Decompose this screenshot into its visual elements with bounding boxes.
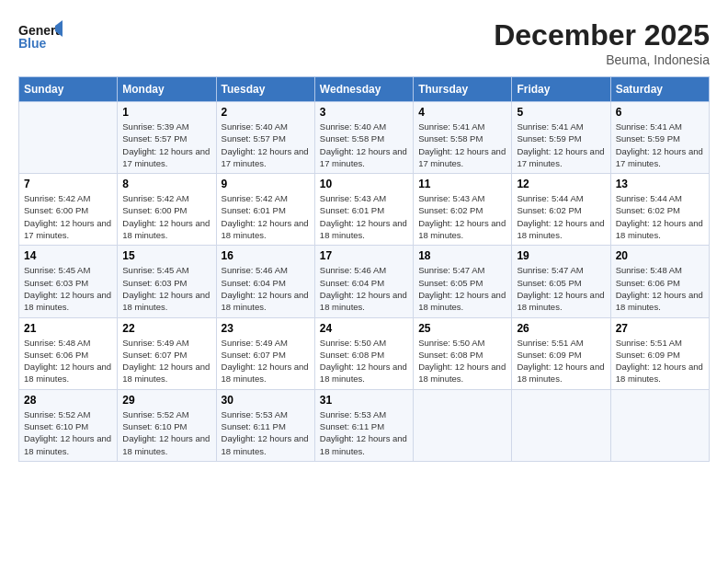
day-number: 30 (222, 394, 310, 407)
week-row-4: 21Sunrise: 5:48 AMSunset: 6:06 PMDayligh… (19, 317, 710, 389)
day-info: Sunrise: 5:46 AMSunset: 6:04 PMDaylight:… (320, 264, 408, 313)
day-info: Sunrise: 5:43 AMSunset: 6:02 PMDaylight:… (418, 192, 506, 241)
calendar-cell: 16Sunrise: 5:46 AMSunset: 6:04 PMDayligh… (216, 246, 314, 317)
calendar-cell: 22Sunrise: 5:49 AMSunset: 6:07 PMDayligh… (118, 317, 216, 389)
calendar-cell (512, 389, 610, 461)
day-number: 16 (222, 249, 310, 262)
day-info: Sunrise: 5:41 AMSunset: 5:59 PMDaylight:… (517, 121, 605, 169)
day-info: Sunrise: 5:48 AMSunset: 6:06 PMDaylight:… (24, 337, 112, 385)
calendar-cell: 6Sunrise: 5:41 AMSunset: 5:59 PMDaylight… (610, 102, 709, 174)
calendar-cell: 28Sunrise: 5:52 AMSunset: 6:10 PMDayligh… (19, 389, 118, 461)
day-info: Sunrise: 5:45 AMSunset: 6:03 PMDaylight:… (24, 264, 112, 313)
calendar-cell (610, 389, 709, 461)
day-header-thursday: Thursday (414, 77, 512, 102)
day-info: Sunrise: 5:49 AMSunset: 6:07 PMDaylight:… (122, 337, 210, 385)
day-header-tuesday: Tuesday (216, 77, 314, 102)
day-info: Sunrise: 5:50 AMSunset: 6:08 PMDaylight:… (418, 337, 506, 385)
day-info: Sunrise: 5:51 AMSunset: 6:09 PMDaylight:… (616, 337, 704, 385)
calendar-cell: 5Sunrise: 5:41 AMSunset: 5:59 PMDaylight… (512, 102, 610, 174)
title-block: December 2025 Beuma, Indonesia (494, 18, 710, 67)
day-number: 20 (616, 249, 704, 262)
day-number: 11 (418, 178, 506, 190)
calendar-cell: 25Sunrise: 5:50 AMSunset: 6:08 PMDayligh… (414, 317, 512, 389)
month-title: December 2025 (494, 18, 710, 52)
day-info: Sunrise: 5:47 AMSunset: 6:05 PMDaylight:… (418, 264, 506, 313)
page-header: General Blue December 2025 Beuma, Indone… (18, 18, 710, 67)
day-header-wednesday: Wednesday (314, 77, 413, 102)
day-number: 3 (320, 106, 408, 119)
day-info: Sunrise: 5:47 AMSunset: 6:05 PMDaylight:… (517, 264, 605, 313)
day-number: 19 (517, 249, 605, 262)
day-info: Sunrise: 5:42 AMSunset: 6:00 PMDaylight:… (122, 192, 210, 241)
svg-text:Blue: Blue (18, 36, 47, 51)
day-info: Sunrise: 5:40 AMSunset: 5:58 PMDaylight:… (320, 121, 408, 169)
day-info: Sunrise: 5:41 AMSunset: 5:59 PMDaylight:… (616, 121, 704, 169)
calendar-cell: 13Sunrise: 5:44 AMSunset: 6:02 PMDayligh… (610, 174, 709, 246)
day-number: 7 (24, 178, 112, 190)
day-number: 8 (122, 178, 210, 190)
day-number: 6 (616, 106, 704, 119)
day-number: 26 (517, 322, 605, 335)
calendar-cell: 17Sunrise: 5:46 AMSunset: 6:04 PMDayligh… (314, 246, 413, 317)
day-info: Sunrise: 5:50 AMSunset: 6:08 PMDaylight:… (320, 337, 408, 385)
day-info: Sunrise: 5:43 AMSunset: 6:01 PMDaylight:… (320, 192, 408, 241)
day-info: Sunrise: 5:53 AMSunset: 6:11 PMDaylight:… (222, 408, 310, 457)
calendar-cell: 21Sunrise: 5:48 AMSunset: 6:06 PMDayligh… (19, 317, 118, 389)
day-number: 28 (24, 394, 112, 407)
day-info: Sunrise: 5:41 AMSunset: 5:58 PMDaylight:… (418, 121, 506, 169)
calendar-cell: 14Sunrise: 5:45 AMSunset: 6:03 PMDayligh… (19, 246, 118, 317)
logo: General Blue (18, 18, 66, 55)
calendar-cell: 24Sunrise: 5:50 AMSunset: 6:08 PMDayligh… (314, 317, 413, 389)
calendar-cell: 12Sunrise: 5:44 AMSunset: 6:02 PMDayligh… (512, 174, 610, 246)
calendar-cell (414, 389, 512, 461)
day-info: Sunrise: 5:42 AMSunset: 6:01 PMDaylight:… (222, 192, 310, 241)
calendar-table: SundayMondayTuesdayWednesdayThursdayFrid… (18, 76, 710, 462)
day-info: Sunrise: 5:39 AMSunset: 5:57 PMDaylight:… (122, 121, 210, 169)
week-row-1: 1Sunrise: 5:39 AMSunset: 5:57 PMDaylight… (19, 102, 710, 174)
day-info: Sunrise: 5:49 AMSunset: 6:07 PMDaylight:… (222, 337, 310, 385)
day-number: 29 (122, 394, 210, 407)
calendar-cell: 3Sunrise: 5:40 AMSunset: 5:58 PMDaylight… (314, 102, 413, 174)
day-number: 25 (418, 322, 506, 335)
day-number: 31 (320, 394, 408, 407)
day-number: 23 (222, 322, 310, 335)
calendar-cell: 1Sunrise: 5:39 AMSunset: 5:57 PMDaylight… (118, 102, 216, 174)
logo-icon: General Blue (18, 18, 63, 55)
day-header-saturday: Saturday (610, 77, 709, 102)
day-header-monday: Monday (118, 77, 216, 102)
day-info: Sunrise: 5:52 AMSunset: 6:10 PMDaylight:… (122, 408, 210, 457)
calendar-cell: 10Sunrise: 5:43 AMSunset: 6:01 PMDayligh… (314, 174, 413, 246)
day-number: 27 (616, 322, 704, 335)
calendar-header-row: SundayMondayTuesdayWednesdayThursdayFrid… (19, 77, 710, 102)
calendar-cell: 8Sunrise: 5:42 AMSunset: 6:00 PMDaylight… (118, 174, 216, 246)
calendar-cell: 2Sunrise: 5:40 AMSunset: 5:57 PMDaylight… (216, 102, 314, 174)
day-info: Sunrise: 5:51 AMSunset: 6:09 PMDaylight:… (517, 337, 605, 385)
day-info: Sunrise: 5:44 AMSunset: 6:02 PMDaylight:… (517, 192, 605, 241)
day-number: 18 (418, 249, 506, 262)
day-info: Sunrise: 5:42 AMSunset: 6:00 PMDaylight:… (24, 192, 112, 241)
calendar-cell: 31Sunrise: 5:53 AMSunset: 6:11 PMDayligh… (314, 389, 413, 461)
day-number: 21 (24, 322, 112, 335)
day-number: 9 (222, 178, 310, 190)
day-info: Sunrise: 5:48 AMSunset: 6:06 PMDaylight:… (616, 264, 704, 313)
day-number: 2 (222, 106, 310, 119)
calendar-cell: 26Sunrise: 5:51 AMSunset: 6:09 PMDayligh… (512, 317, 610, 389)
day-info: Sunrise: 5:45 AMSunset: 6:03 PMDaylight:… (122, 264, 210, 313)
day-info: Sunrise: 5:53 AMSunset: 6:11 PMDaylight:… (320, 408, 408, 457)
day-number: 5 (517, 106, 605, 119)
day-number: 10 (320, 178, 408, 190)
day-number: 24 (320, 322, 408, 335)
day-number: 22 (122, 322, 210, 335)
day-number: 14 (24, 249, 112, 262)
calendar-cell: 7Sunrise: 5:42 AMSunset: 6:00 PMDaylight… (19, 174, 118, 246)
calendar-cell: 30Sunrise: 5:53 AMSunset: 6:11 PMDayligh… (216, 389, 314, 461)
day-number: 13 (616, 178, 704, 190)
day-number: 1 (122, 106, 210, 119)
calendar-cell: 18Sunrise: 5:47 AMSunset: 6:05 PMDayligh… (414, 246, 512, 317)
calendar-cell: 29Sunrise: 5:52 AMSunset: 6:10 PMDayligh… (118, 389, 216, 461)
day-info: Sunrise: 5:44 AMSunset: 6:02 PMDaylight:… (616, 192, 704, 241)
calendar-cell: 11Sunrise: 5:43 AMSunset: 6:02 PMDayligh… (414, 174, 512, 246)
calendar-cell: 27Sunrise: 5:51 AMSunset: 6:09 PMDayligh… (610, 317, 709, 389)
week-row-3: 14Sunrise: 5:45 AMSunset: 6:03 PMDayligh… (19, 246, 710, 317)
day-info: Sunrise: 5:52 AMSunset: 6:10 PMDaylight:… (24, 408, 112, 457)
